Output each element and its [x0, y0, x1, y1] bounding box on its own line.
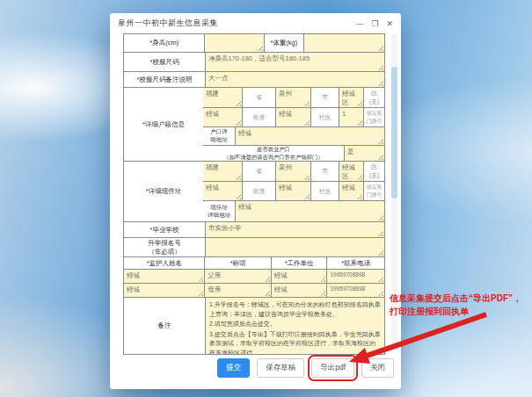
- close-icon[interactable]: ✕: [386, 19, 393, 28]
- street-unit-label: 街道: [242, 182, 275, 200]
- guardian2-phone-input[interactable]: 19959708898: [326, 284, 384, 297]
- school-label: *毕业学校: [124, 222, 205, 237]
- annotation-note: 信息采集提交后点击“导出PDF”， 打印注册报到回执单: [390, 292, 530, 318]
- number-unit-label: 填写至 门牌号: [363, 182, 384, 200]
- number-unit-label: 填写至 门牌号: [363, 108, 384, 126]
- remarks-text: 1.升学报名号：鲤城区，可在招办分发的粉红色初招报名回执单上查询；丰泽区，建议咨…: [205, 298, 384, 354]
- residence-number-input[interactable]: 鲤城: [339, 182, 363, 200]
- remark-line-2: 2.填写完成后点击提交。: [209, 320, 381, 329]
- street-unit-label: 街道: [242, 108, 275, 126]
- hukou-district-input[interactable]: 鲤城区: [339, 88, 363, 107]
- reg-number-input[interactable]: [205, 238, 384, 256]
- minimize-icon[interactable]: —: [355, 19, 363, 28]
- row-uniform-size: *校服尺码 净身高170-180，适合型号180-185: [124, 52, 384, 71]
- residence-address-input[interactable]: 鲤城: [235, 201, 384, 221]
- residence-city-input[interactable]: 泉州: [275, 162, 310, 181]
- row-remarks: 备注 1.升学报名号：鲤城区，可在招办分发的粉红色初招报名回执单上查询；丰泽区，…: [124, 297, 384, 354]
- hukou-city-input[interactable]: 泉州: [275, 88, 310, 107]
- row-residence: *详细现住址 福建 省 泉州 市 鲤城区 区 (县) 鲤城 街道 鲤城 社区 鲤…: [124, 161, 384, 221]
- hukou-community-input[interactable]: 鲤城: [275, 108, 310, 126]
- height-label: *身高(cm): [124, 34, 204, 52]
- hukou-number-input[interactable]: 1: [339, 108, 363, 126]
- residence-address-label: 现住址 详细地址: [203, 201, 235, 221]
- info-collection-dialog: 泉州一中初中新生信息采集 — ❐ ✕ *身高(cm) *体重(kg) *校服尺码…: [110, 13, 401, 389]
- agri-select[interactable]: 是: [344, 146, 384, 161]
- remark-line-3: 3.提交后点击【导出】下载打印注册报到回执单，学生凭回执单参加测试，录取学府校区…: [209, 330, 381, 355]
- row-school: *毕业学校 市实验小学: [124, 221, 384, 237]
- uniform-note-input[interactable]: 大一点: [205, 72, 384, 87]
- guardian1-phone-input[interactable]: 19959708898: [326, 270, 384, 283]
- hukou-address-input[interactable]: 鲤城: [235, 127, 384, 145]
- province-unit-label: 省: [242, 162, 275, 181]
- submit-button[interactable]: 提交: [217, 358, 250, 378]
- close-button[interactable]: 关闭: [361, 358, 394, 378]
- school-input[interactable]: 市实验小学: [205, 222, 384, 237]
- window-title: 泉州一中初中新生信息采集: [118, 18, 218, 29]
- province-unit-label: 省: [242, 88, 275, 107]
- guardian-header-row: *监护人姓名 *称谓 *工作单位 *联系电话: [124, 256, 384, 269]
- hukou-address-label: 户口详 细地址: [203, 127, 235, 145]
- uniform-note-label: *校服尺码备注说明: [124, 72, 205, 87]
- footer-buttons: 提交 保存草稿 导出pdf 关闭: [217, 358, 394, 378]
- weight-label: *体重(kg): [264, 34, 303, 52]
- residence-province-input[interactable]: 福建: [203, 162, 242, 181]
- guardian-row-1: 鲤城 父亲 鲤城 19959708898: [124, 269, 384, 283]
- hukou-label: *详细户籍信息: [124, 88, 203, 161]
- community-unit-label: 社区: [310, 108, 339, 126]
- community-unit-label: 社区: [310, 182, 339, 200]
- export-pdf-button[interactable]: 导出pdf: [311, 358, 354, 378]
- title-bar: 泉州一中初中新生信息采集 — ❐ ✕: [110, 13, 401, 33]
- residence-street-input[interactable]: 鲤城: [203, 182, 242, 200]
- scrollbar-thumb[interactable]: [391, 67, 397, 198]
- row-uniform-note: *校服尺码备注说明 大一点: [124, 71, 384, 87]
- save-draft-button[interactable]: 保存草稿: [257, 358, 304, 378]
- guardian1-name-input[interactable]: 鲤城: [124, 270, 204, 283]
- hukou-province-input[interactable]: 福建: [203, 88, 242, 107]
- row-hukou: *详细户籍信息 福建 省 泉州 市 鲤城区 区 (县) 鲤城 街道 鲤城 社区 …: [124, 87, 384, 161]
- residence-community-input[interactable]: 鲤城: [275, 182, 310, 200]
- guardian2-relation-input[interactable]: 母亲: [204, 284, 270, 297]
- district-unit-label: 区 (县): [363, 162, 384, 181]
- guardian-name-header: *监护人姓名: [124, 257, 204, 269]
- guardian-phone-header: *联系电话: [326, 257, 384, 269]
- guardian2-workplace-input[interactable]: 鲤城: [271, 284, 327, 297]
- guardian2-name-input[interactable]: 鲤城: [124, 284, 204, 297]
- residence-label: *详细现住址: [124, 162, 203, 221]
- uniform-size-label: *校服尺码: [124, 53, 205, 71]
- city-unit-label: 市: [310, 162, 339, 181]
- remark-line-1: 1.升学报名号：鲤城区，可在招办分发的粉红色初招报名回执单上查询；丰泽区，建议咨…: [209, 300, 381, 319]
- height-input[interactable]: [204, 34, 264, 52]
- reg-number-label: 升学报名号 （非必填）: [124, 238, 205, 256]
- hukou-street-input[interactable]: 鲤城: [203, 108, 242, 126]
- row-reg-number: 升学报名号 （非必填）: [124, 237, 384, 256]
- residence-district-input[interactable]: 鲤城区: [339, 162, 363, 181]
- maximize-icon[interactable]: ❐: [371, 19, 378, 28]
- guardian1-relation-input[interactable]: 父亲: [204, 270, 270, 283]
- row-physical: *身高(cm) *体重(kg): [124, 34, 384, 52]
- form-table: *身高(cm) *体重(kg) *校服尺码 净身高170-180，适合型号180…: [123, 33, 385, 355]
- uniform-size-input[interactable]: 净身高170-180，适合型号180-185: [205, 53, 384, 71]
- district-unit-label: 区 (县): [363, 88, 384, 107]
- city-unit-label: 市: [310, 88, 339, 107]
- guardian-relation-header: *称谓: [204, 257, 270, 269]
- remarks-label: 备注: [124, 298, 205, 354]
- weight-input[interactable]: [303, 34, 384, 52]
- guardian-row-2: 鲤城 母亲 鲤城 19959708898: [124, 283, 384, 297]
- guardian1-workplace-input[interactable]: 鲤城: [271, 270, 327, 283]
- guardian-workplace-header: *工作单位: [271, 257, 327, 269]
- agri-question-label: 是否农业户口 （如不清楚的请咨询户口所在户籍部门）: [203, 146, 344, 161]
